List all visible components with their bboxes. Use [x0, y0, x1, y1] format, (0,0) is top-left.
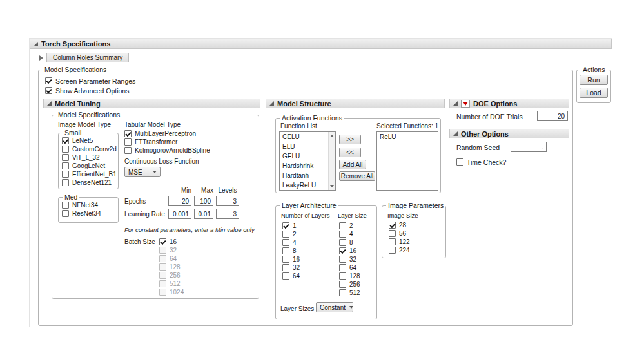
max-header: Max	[194, 187, 213, 194]
model-checkbox[interactable]: DenseNet121	[62, 178, 117, 187]
selected-function-item[interactable]: ReLU	[377, 132, 438, 142]
scroll-down-icon[interactable]	[330, 185, 334, 187]
batch-size-checkbox[interactable]: 16	[159, 238, 184, 246]
function-list-item[interactable]: CELU	[280, 132, 335, 142]
model-checkbox[interactable]: ViT_L_32	[62, 153, 117, 162]
checkbox-icon	[159, 263, 166, 271]
layers-checkbox[interactable]: 64	[282, 272, 300, 280]
param-max-input[interactable]: 100	[194, 196, 213, 206]
image-size-checkbox[interactable]: 28	[389, 221, 410, 229]
layer-size-checkbox[interactable]: 2	[339, 222, 360, 230]
layer-size-checkbox[interactable]: 512	[339, 289, 360, 297]
checkbox-label: MultiLayerPerceptron	[135, 130, 196, 137]
remove-function-button[interactable]: <<	[339, 148, 361, 157]
med-model-list: NFNet34 ResNet34	[62, 201, 101, 218]
layer-size-checkbox[interactable]: 32	[339, 255, 360, 263]
selected-functions-label: Selected Functions: 1	[376, 122, 438, 130]
layer-size-checkbox[interactable]: 16	[339, 247, 360, 255]
layers-checkbox[interactable]: 8	[282, 247, 300, 255]
model-checkbox[interactable]: LeNet5	[62, 137, 117, 145]
layers-checkbox[interactable]: 16	[282, 255, 300, 263]
constant-note: For constant parameters, enter a Min val…	[124, 226, 255, 233]
model-tuning-header[interactable]: Model Tuning	[43, 99, 260, 108]
doe-trials-label: Number of DOE Trials	[456, 113, 523, 121]
red-triangle-menu-icon[interactable]	[461, 100, 470, 108]
function-listbox: CELUELUGELUHardshrinkHardtanhLeakyReLU	[279, 131, 336, 191]
param-levels-input[interactable]: 3	[216, 209, 239, 219]
chevron-right-icon[interactable]	[39, 55, 43, 61]
torch-specifications-header[interactable]: Torch Specifications	[30, 39, 612, 49]
layer-sizes-dropdown[interactable]: Constant	[316, 302, 353, 312]
function-list-label: Function List	[280, 122, 317, 130]
layer-size-checkbox[interactable]: 128	[339, 272, 360, 280]
layer-size-checkbox[interactable]: 256	[339, 280, 360, 289]
run-button[interactable]: Run	[580, 75, 608, 85]
batch-size-checkbox[interactable]: 512	[159, 280, 184, 288]
column-roles-summary-button[interactable]: Column Roles Summary	[46, 53, 129, 62]
section-title: Model Tuning	[55, 100, 101, 108]
tabular-model-list: MultiLayerPerceptron FTTransformer Kolmo…	[124, 129, 210, 155]
parameter-table: Min Max Levels Epochs 20 100 3 Lear	[124, 186, 257, 222]
layer-size-checkbox[interactable]: 4	[339, 230, 360, 238]
batch-size-checkbox[interactable]: 64	[159, 254, 184, 263]
param-min-input[interactable]: 0.001	[168, 209, 191, 219]
layer-size-checkbox[interactable]: 64	[339, 263, 360, 272]
model-checkbox[interactable]: EfficientNet_B1	[62, 170, 117, 178]
checkbox-icon	[339, 289, 346, 296]
batch-size-checkbox[interactable]: 32	[159, 246, 184, 254]
function-list-item[interactable]: LeakyReLU	[280, 180, 335, 190]
param-max-input[interactable]: 0.01	[194, 209, 213, 219]
checkbox-label: 2	[349, 222, 353, 229]
param-min-input[interactable]: 20	[168, 196, 191, 206]
layers-checkbox[interactable]: 1	[282, 222, 300, 230]
checkbox-label: LeNet5	[72, 137, 93, 144]
remove-all-button[interactable]: Remove All	[339, 171, 375, 181]
image-size-label: Image Size	[387, 211, 418, 220]
checkbox-label: 256	[170, 272, 181, 279]
batch-size-checkbox[interactable]: 256	[159, 271, 184, 280]
layers-checkbox[interactable]: 32	[282, 263, 300, 272]
function-list-item[interactable]: GELU	[280, 151, 335, 161]
layer-size-checkbox[interactable]: 8	[339, 238, 360, 247]
checkbox-label: 256	[349, 281, 360, 288]
function-list-scrollbar[interactable]	[328, 132, 335, 190]
load-button[interactable]: Load	[580, 88, 608, 98]
group-title: Actions	[581, 66, 607, 74]
model-specifications-group: Model Specifications Screen Parameter Ra…	[38, 70, 573, 326]
other-options-header[interactable]: Other Options	[449, 129, 569, 138]
layers-checkbox[interactable]: 4	[282, 238, 300, 247]
option-checkbox[interactable]: Screen Parameter Ranges	[45, 77, 135, 85]
option-checkbox[interactable]: Show Advanced Options	[45, 86, 135, 95]
checkbox-label: FTTransformer	[135, 138, 177, 146]
add-function-button[interactable]: >>	[339, 135, 361, 144]
model-checkbox[interactable]: MultiLayerPerceptron	[124, 129, 210, 138]
model-checkbox[interactable]: KolmogorovArnoldBSpline	[124, 146, 210, 155]
model-checkbox[interactable]: GoogLeNet	[62, 162, 117, 170]
model-checkbox[interactable]: FTTransformer	[124, 138, 210, 146]
function-list-item[interactable]: ELU	[280, 142, 335, 151]
function-list-item[interactable]: Hardtanh	[280, 171, 335, 180]
model-checkbox[interactable]: CustomConv2d	[62, 145, 117, 153]
scroll-up-icon[interactable]	[330, 135, 334, 137]
checkbox-icon	[62, 171, 69, 178]
model-checkbox[interactable]: NFNet34	[62, 201, 101, 209]
model-checkbox[interactable]: ResNet34	[62, 209, 101, 218]
selected-functions-listbox: ReLU	[376, 131, 438, 191]
image-size-checkbox[interactable]: 56	[389, 229, 410, 238]
dropdown-value: MSE	[128, 169, 142, 176]
batch-size-checkbox[interactable]: 128	[159, 263, 184, 271]
doe-options-header[interactable]: DOE Options	[449, 99, 569, 108]
loss-function-dropdown[interactable]: MSE	[124, 167, 161, 177]
doe-trials-input[interactable]: 20	[537, 111, 568, 121]
model-structure-header[interactable]: Model Structure	[266, 99, 445, 108]
add-all-button[interactable]: Add All	[339, 160, 366, 169]
layers-checkbox[interactable]: 2	[282, 230, 300, 238]
function-list-item[interactable]: Hardshrink	[280, 161, 335, 171]
checkbox-label: 32	[170, 247, 177, 254]
image-size-checkbox[interactable]: 122	[389, 238, 410, 246]
image-size-checkbox[interactable]: 224	[389, 246, 410, 254]
batch-size-checkbox[interactable]: 1024	[159, 288, 184, 296]
random-seed-input[interactable]: .	[511, 142, 547, 152]
time-check-checkbox[interactable]: Time Check?	[456, 158, 506, 166]
param-levels-input[interactable]: 3	[216, 196, 239, 206]
